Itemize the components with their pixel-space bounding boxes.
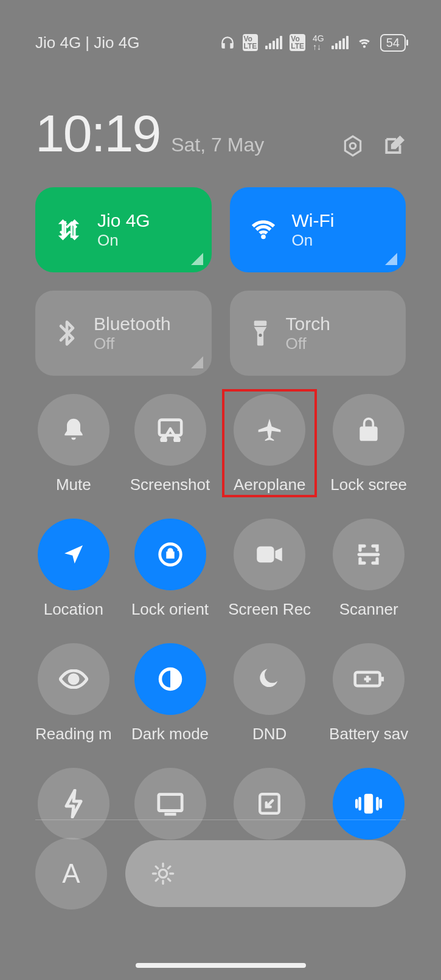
mobile-data-icon [55, 216, 83, 244]
reading-mode-tile[interactable]: Reading m [35, 643, 112, 744]
airplane-icon [256, 416, 283, 443]
vibrate-tile[interactable] [329, 768, 408, 840]
location-tile[interactable]: Location [35, 519, 112, 619]
location-arrow-icon [61, 542, 86, 567]
eye-icon [59, 669, 88, 689]
lock-orient-tile[interactable]: Lock orient [130, 519, 210, 619]
performance-tile[interactable] [35, 768, 112, 840]
battery-saver-tile[interactable]: Battery sav [329, 643, 408, 744]
brightness-slider[interactable] [125, 840, 406, 907]
clock-time: 10:19 [35, 103, 160, 164]
svg-point-6 [175, 438, 179, 442]
screenshot-tile[interactable]: Screenshot [130, 394, 210, 494]
mobile-data-tile[interactable]: Jio 4G On [35, 187, 212, 272]
svg-point-3 [259, 334, 262, 337]
expand-icon [385, 253, 397, 265]
battery-indicator: 54 [380, 34, 406, 52]
lock-screen-tile[interactable]: Lock scree [329, 394, 408, 494]
wifi-title: Wi-Fi [292, 210, 335, 231]
floating-window-tile[interactable] [228, 768, 311, 840]
dnd-tile[interactable]: DND [228, 643, 311, 744]
bluetooth-state: Off [94, 334, 171, 353]
scanner-tile[interactable]: Scanner [329, 519, 408, 619]
scissors-icon [157, 418, 184, 442]
bell-icon [60, 416, 87, 443]
svg-marker-0 [345, 136, 360, 156]
torch-tile[interactable]: Torch Off [230, 291, 406, 376]
expand-icon [191, 356, 203, 368]
svg-rect-12 [158, 795, 181, 811]
lock-screen-label: Lock scree [330, 475, 407, 494]
divider [35, 820, 406, 820]
svg-point-9 [69, 675, 78, 683]
cast-tile[interactable] [130, 768, 210, 840]
big-tiles: Jio 4G On Wi-Fi On Bluetooth Off Torch O… [35, 187, 406, 376]
clock-row: 10:19 Sat, 7 May [35, 103, 406, 164]
bluetooth-icon [55, 319, 79, 348]
dark-mode-tile[interactable]: Dark mode [130, 643, 210, 744]
edit-icon[interactable] [383, 134, 406, 157]
expand-icon [191, 253, 203, 265]
mobile-data-title: Jio 4G [97, 210, 150, 231]
torch-state: Off [286, 334, 330, 353]
battery-saver-label: Battery sav [329, 725, 408, 744]
carrier-label: Jio 4G | Jio 4G [35, 33, 140, 52]
mute-label: Mute [56, 475, 91, 494]
rotation-lock-icon [156, 540, 184, 568]
svg-point-15 [159, 869, 167, 877]
sun-icon [151, 861, 175, 886]
bluetooth-title: Bluetooth [94, 314, 171, 334]
screen-rec-label: Screen Rec [228, 600, 311, 619]
nav-handle[interactable] [136, 963, 306, 968]
svg-rect-14 [364, 794, 373, 813]
status-right: VoLTE VoLTE 4G↑↓ 54 [220, 34, 406, 52]
mobile-data-state: On [97, 231, 150, 250]
volte-icon-2: VoLTE [290, 34, 305, 51]
clock-date: Sat, 7 May [171, 134, 264, 156]
svg-rect-2 [254, 320, 266, 326]
svg-point-5 [161, 438, 165, 442]
dark-mode-label: Dark mode [131, 725, 209, 744]
video-icon [255, 544, 283, 565]
bolt-icon [63, 789, 85, 818]
torch-icon [249, 319, 271, 348]
volte-icon-1: VoLTE [243, 34, 259, 51]
scan-icon [356, 542, 381, 567]
lock-icon [357, 416, 380, 443]
wifi-state: On [292, 231, 335, 250]
torch-title: Torch [286, 314, 330, 334]
moon-icon [257, 667, 282, 691]
scanner-label: Scanner [339, 600, 398, 619]
aeroplane-label: Aeroplane [234, 475, 306, 494]
vibrate-icon [352, 792, 385, 816]
settings-icon[interactable] [341, 134, 364, 157]
svg-rect-8 [257, 547, 274, 562]
net-4g-icon: 4G↑↓ [313, 34, 324, 51]
aeroplane-tile[interactable]: Aeroplane [228, 394, 311, 494]
bluetooth-tile[interactable]: Bluetooth Off [35, 291, 212, 376]
screen-icon [156, 792, 184, 816]
pip-icon [257, 791, 282, 816]
svg-point-1 [350, 143, 356, 149]
screen-rec-tile[interactable]: Screen Rec [228, 519, 311, 619]
status-bar: Jio 4G | Jio 4G VoLTE VoLTE 4G↑↓ 54 [0, 0, 441, 85]
screenshot-label: Screenshot [130, 475, 210, 494]
contrast-icon [157, 666, 184, 692]
wifi-status-icon [356, 36, 373, 49]
brightness-row: A [35, 838, 406, 909]
reading-mode-label: Reading m [35, 725, 112, 744]
small-tiles: Mute Screenshot Aeroplane Lock scree Loc… [35, 394, 406, 840]
wifi-tile[interactable]: Wi-Fi On [230, 187, 406, 272]
location-label: Location [44, 600, 103, 619]
wifi-icon [249, 218, 277, 242]
mute-tile[interactable]: Mute [35, 394, 112, 494]
lock-orient-label: Lock orient [131, 600, 209, 619]
battery-plus-icon [353, 669, 384, 689]
signal-2-icon [332, 36, 349, 49]
dnd-label: DND [252, 725, 286, 744]
headphones-icon [220, 35, 235, 50]
signal-1-icon [265, 36, 282, 49]
font-size-button[interactable]: A [35, 838, 107, 909]
